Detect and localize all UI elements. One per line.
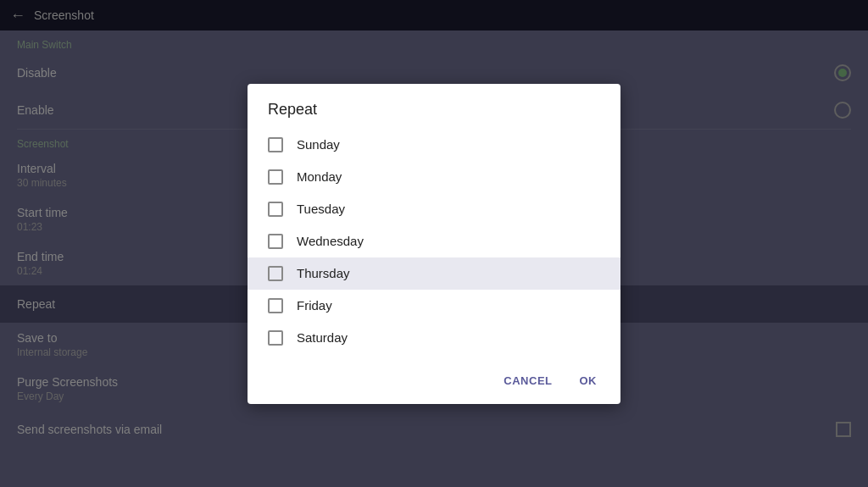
thursday-label: Thursday [297, 266, 350, 280]
day-wednesday[interactable]: Wednesday [248, 225, 620, 257]
ok-button[interactable]: OK [570, 368, 608, 394]
repeat-dialog: Repeat Sunday Monday Tuesday Wednesday T… [248, 84, 620, 404]
friday-checkbox[interactable] [268, 298, 283, 313]
wednesday-label: Wednesday [297, 234, 364, 248]
sunday-checkbox[interactable] [268, 137, 283, 152]
dialog-body: Sunday Monday Tuesday Wednesday Thursday [248, 129, 620, 354]
day-monday[interactable]: Monday [248, 161, 620, 193]
day-saturday[interactable]: Saturday [248, 322, 620, 354]
tuesday-label: Tuesday [297, 202, 345, 216]
saturday-checkbox[interactable] [268, 330, 283, 346]
dialog-actions: CANCEL OK [248, 361, 620, 397]
modal-overlay: Repeat Sunday Monday Tuesday Wednesday T… [0, 0, 868, 487]
day-thursday[interactable]: Thursday [248, 257, 620, 290]
sunday-label: Sunday [297, 137, 340, 152]
saturday-label: Saturday [297, 330, 348, 345]
day-friday[interactable]: Friday [248, 290, 620, 322]
thursday-checkbox[interactable] [268, 266, 283, 281]
day-tuesday[interactable]: Tuesday [248, 193, 620, 225]
day-sunday[interactable]: Sunday [248, 129, 620, 161]
monday-checkbox[interactable] [268, 169, 283, 185]
monday-label: Monday [297, 169, 342, 184]
friday-label: Friday [297, 298, 332, 313]
wednesday-checkbox[interactable] [268, 234, 283, 249]
cancel-button[interactable]: CANCEL [493, 368, 562, 394]
tuesday-checkbox[interactable] [268, 202, 283, 217]
dialog-title: Repeat [248, 84, 620, 129]
